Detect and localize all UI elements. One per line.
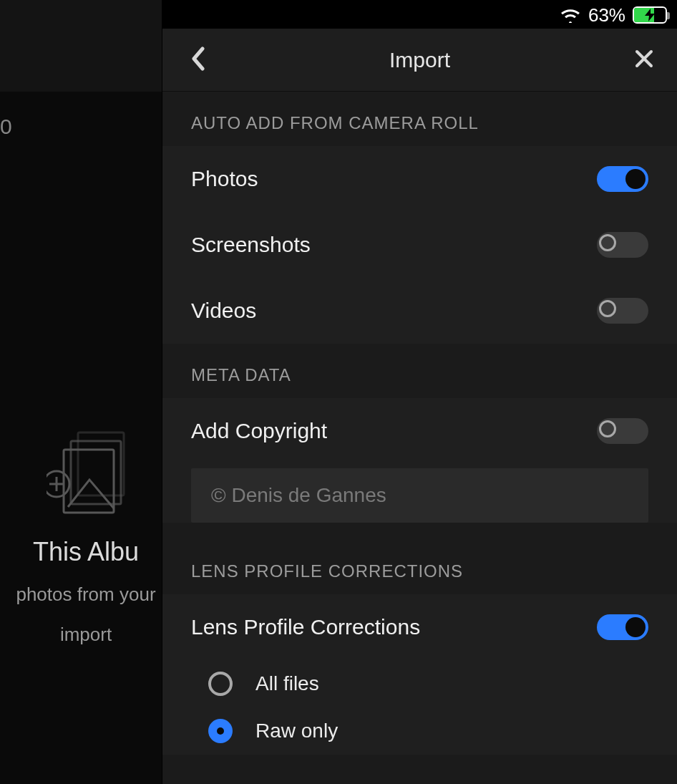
close-button[interactable] bbox=[623, 29, 666, 91]
background-trailing-number: 0 bbox=[0, 115, 12, 139]
background-topstrip bbox=[0, 0, 162, 92]
status-bar: 63% bbox=[560, 0, 677, 27]
back-button[interactable] bbox=[177, 29, 220, 91]
album-empty-placeholder: This Albu photos from your import bbox=[14, 430, 157, 648]
wifi-icon bbox=[560, 7, 581, 23]
toggle-videos[interactable] bbox=[597, 298, 648, 324]
toggle-add-copyright[interactable] bbox=[597, 418, 648, 444]
battery-icon bbox=[633, 6, 667, 24]
row-videos: Videos bbox=[162, 278, 677, 344]
section-body-auto-add: Photos Screenshots Videos bbox=[162, 146, 677, 344]
album-empty-sub-1: photos from your bbox=[14, 581, 157, 607]
battery-percentage: 63% bbox=[588, 4, 625, 26]
row-screenshots: Screenshots bbox=[162, 212, 677, 278]
toggle-lens-corrections[interactable] bbox=[597, 614, 648, 640]
radio-row-all-files[interactable]: All files bbox=[162, 660, 677, 707]
radio-all-files[interactable] bbox=[208, 672, 233, 696]
radio-label-all-files: All files bbox=[255, 672, 319, 695]
radio-row-raw-only[interactable]: Raw only bbox=[162, 707, 677, 755]
battery-cap bbox=[667, 12, 670, 19]
add-photos-icon bbox=[47, 430, 125, 516]
row-add-copyright: Add Copyright bbox=[162, 398, 677, 464]
panel-title: Import bbox=[389, 48, 450, 72]
section-header-lens: LENS PROFILE CORRECTIONS bbox=[162, 540, 677, 594]
charging-bolt-icon bbox=[634, 8, 666, 22]
import-panel: Import AUTO ADD FROM CAMERA ROLL Photos … bbox=[162, 29, 677, 784]
album-empty-sub-2: import bbox=[14, 621, 157, 647]
label-screenshots: Screenshots bbox=[191, 233, 311, 257]
label-videos: Videos bbox=[191, 299, 256, 323]
radio-raw-only[interactable] bbox=[208, 719, 233, 743]
section-body-lens: Lens Profile Corrections All files Raw o… bbox=[162, 594, 677, 755]
background-underlay: 0 This Albu photos from your import bbox=[0, 0, 162, 784]
label-add-copyright: Add Copyright bbox=[191, 419, 327, 443]
label-lens-toggle: Lens Profile Corrections bbox=[191, 615, 420, 639]
toggle-photos[interactable] bbox=[597, 166, 648, 192]
radio-label-raw-only: Raw only bbox=[255, 720, 338, 742]
copyright-input[interactable]: © Denis de Gannes bbox=[191, 468, 648, 523]
label-photos: Photos bbox=[191, 167, 258, 191]
row-lens-toggle: Lens Profile Corrections bbox=[162, 594, 677, 660]
section-header-auto-add: AUTO ADD FROM CAMERA ROLL bbox=[162, 92, 677, 146]
section-header-metadata: META DATA bbox=[162, 344, 677, 398]
panel-header: Import bbox=[162, 29, 677, 92]
close-icon bbox=[634, 49, 654, 72]
toggle-screenshots[interactable] bbox=[597, 232, 648, 258]
row-photos: Photos bbox=[162, 146, 677, 212]
album-empty-title: This Albu bbox=[14, 537, 157, 567]
section-body-metadata: Add Copyright © Denis de Gannes bbox=[162, 398, 677, 523]
chevron-left-icon bbox=[190, 47, 206, 74]
